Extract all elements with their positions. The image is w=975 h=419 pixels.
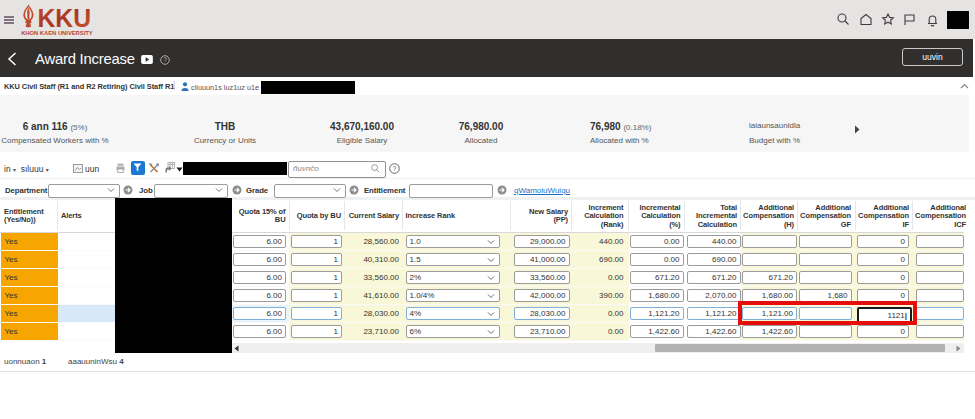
svg-text:KHON KAEN UNIVERSITY: KHON KAEN UNIVERSITY [21, 30, 93, 36]
svg-text:?: ? [163, 56, 167, 63]
svg-text:?: ? [393, 165, 397, 172]
svg-text:KKU: KKU [38, 4, 92, 32]
